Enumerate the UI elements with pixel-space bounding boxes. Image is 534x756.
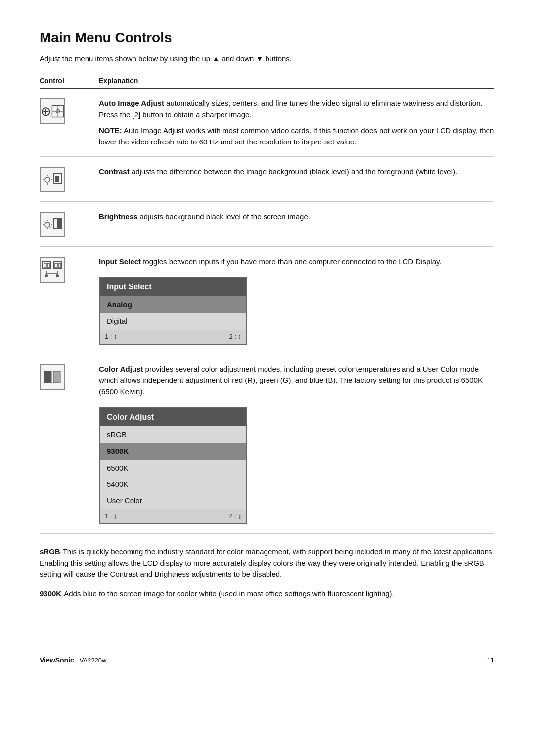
footer-model: VA2220w — [76, 657, 106, 664]
row-auto-image-adjust: Auto Image Adjust automatically sizes, c… — [40, 89, 494, 157]
page-footer: ViewSonic VA2220w 11 — [40, 651, 494, 664]
auto-image-adjust-note: NOTE: Auto Image Adjust works with most … — [99, 125, 494, 148]
svg-rect-24 — [55, 263, 57, 267]
svg-rect-10 — [55, 176, 59, 182]
footer-brand: ViewSonic — [40, 656, 74, 664]
col-explanation-header: Explanation — [99, 77, 494, 85]
svg-rect-25 — [58, 263, 61, 267]
svg-point-11 — [45, 222, 50, 227]
auto-image-adjust-text: Auto Image Adjust automatically sizes, c… — [99, 97, 494, 147]
contrast-text: Contrast adjusts the difference between … — [99, 166, 494, 177]
svg-line-16 — [44, 221, 45, 222]
brightness-text: Brightness adjusts background black leve… — [99, 211, 494, 222]
auto-image-adjust-desc: Auto Image Adjust automatically sizes, c… — [99, 97, 494, 121]
input-select-icon — [40, 257, 65, 283]
osd-input-select-menu: Input Select Analog Digital 1 : ↨ 2 : ↨ — [99, 277, 247, 344]
auto-image-adjust-icon-cell — [40, 97, 99, 124]
osd-input-select-analog: Analog — [100, 296, 246, 313]
osd-color-adjust-footer-right: 2 : ↨ — [229, 511, 241, 521]
svg-point-30 — [56, 274, 59, 277]
row-color-adjust: Color Adjust provides several color adju… — [40, 354, 494, 534]
osd-color-adjust-9300k: 9300K — [100, 443, 246, 459]
extra-paragraphs: sRGB-This is quickly becoming the indust… — [40, 546, 494, 639]
contrast-icon-cell — [40, 166, 99, 192]
footer-brand-model: ViewSonic VA2220w — [40, 656, 106, 664]
page-number: 11 — [487, 656, 494, 664]
contrast-svg — [43, 171, 62, 189]
osd-input-select-title: Input Select — [100, 278, 246, 296]
col-control-header: Control — [40, 77, 99, 85]
brightness-icon — [40, 212, 65, 237]
svg-rect-21 — [44, 263, 46, 267]
svg-line-17 — [50, 227, 51, 228]
contrast-icon — [40, 167, 65, 192]
osd-input-select-footer-left: 1 : ↨ — [105, 332, 117, 342]
page-content: Main Menu Controls Adjust the menu items… — [0, 0, 534, 679]
table-header: Control Explanation — [40, 77, 494, 89]
svg-point-4 — [45, 177, 50, 182]
row-input-select: Input Select toggles between inputs if y… — [40, 247, 494, 354]
row-contrast: Contrast adjusts the difference between … — [40, 157, 494, 202]
osd-color-adjust-5400k: 5400K — [100, 476, 246, 492]
input-select-text: Input Select toggles between inputs if y… — [99, 256, 494, 345]
svg-rect-19 — [57, 219, 61, 229]
input-select-svg — [42, 260, 63, 280]
row-brightness: Brightness adjusts background black leve… — [40, 202, 494, 247]
osd-color-adjust-6500k: 6500K — [100, 460, 246, 476]
osd-input-select-footer: 1 : ↨ 2 : ↨ — [100, 330, 246, 344]
auto-image-icon — [40, 98, 65, 124]
osd-color-adjust-footer: 1 : ↨ 2 : ↨ — [100, 509, 246, 523]
svg-rect-22 — [47, 263, 50, 267]
srgb-paragraph: sRGB-This is quickly becoming the indust… — [40, 546, 494, 580]
9300k-paragraph: 9300K-Adds blue to the screen image for … — [40, 588, 494, 599]
color-adjust-desc: Color Adjust provides several color adju… — [99, 363, 494, 398]
intro-text: Adjust the menu items shown below by usi… — [40, 54, 494, 63]
contrast-desc: Contrast adjusts the difference between … — [99, 166, 494, 177]
color-adjust-icon — [40, 364, 65, 390]
page-title: Main Menu Controls — [40, 30, 494, 46]
color-adjust-svg — [42, 367, 63, 387]
color-adjust-icon-cell — [40, 363, 99, 390]
osd-input-select-footer-right: 2 : ↨ — [229, 332, 241, 342]
osd-color-adjust-footer-left: 1 : ↨ — [105, 511, 117, 521]
svg-rect-32 — [53, 371, 60, 383]
svg-rect-31 — [44, 371, 51, 383]
color-adjust-text: Color Adjust provides several color adju… — [99, 363, 494, 524]
svg-point-29 — [45, 274, 48, 277]
brightness-desc: Brightness adjusts background black leve… — [99, 211, 494, 222]
brightness-svg — [43, 216, 62, 234]
osd-color-adjust-user-color: User Color — [100, 492, 246, 509]
input-select-desc: Input Select toggles between inputs if y… — [99, 256, 494, 267]
osd-input-select-digital: Digital — [100, 313, 246, 329]
osd-color-adjust-menu: Color Adjust sRGB 9300K 6500K 5400K User… — [99, 407, 247, 524]
input-select-icon-cell — [40, 256, 99, 283]
auto-image-svg — [51, 102, 64, 120]
osd-color-adjust-title: Color Adjust — [100, 408, 246, 426]
osd-color-adjust-srgb: sRGB — [100, 426, 246, 443]
brightness-icon-cell — [40, 211, 99, 237]
